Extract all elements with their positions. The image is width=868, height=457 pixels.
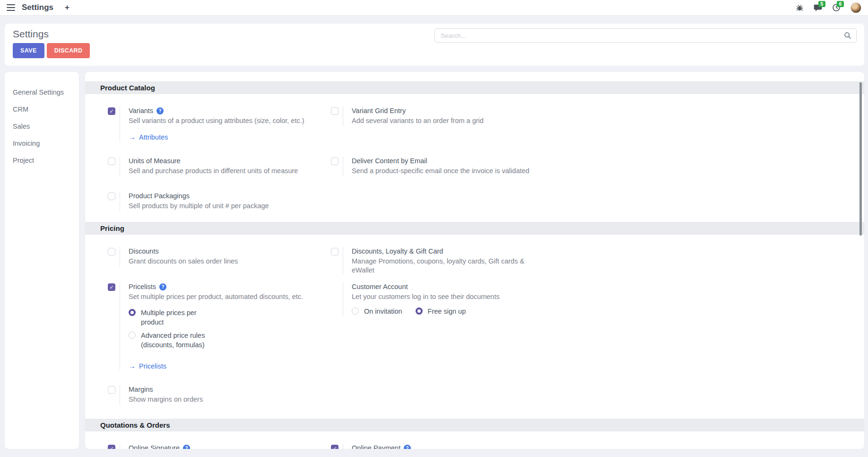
radio-unselected-icon (129, 332, 136, 339)
customer-account-description: Let your customers log in to see their d… (352, 292, 500, 301)
setting-customer-account: Customer Account Let your customers log … (331, 282, 554, 316)
vertical-scrollbar[interactable] (859, 82, 862, 236)
online-payment-label: Online Payment (352, 444, 400, 449)
settings-sidebar: General Settings CRM Sales Invoicing Pro… (5, 72, 79, 449)
arrow-right-icon: → (129, 133, 136, 141)
setting-discounts-loyalty-gift-card: Discounts, Loyalty & Gift Card Manage Pr… (331, 247, 554, 275)
sidebar-item-project[interactable]: Project (5, 152, 79, 169)
product-packagings-checkbox[interactable] (108, 193, 115, 200)
radio-selected-icon (129, 309, 136, 316)
loyalty-checkbox[interactable] (331, 248, 339, 255)
customer-account-label: Customer Account (352, 282, 408, 291)
hamburger-icon[interactable] (7, 4, 15, 11)
deliver-content-by-email-label: Deliver Content by Email (352, 157, 427, 166)
question-mark-icon[interactable]: ? (159, 283, 166, 290)
loyalty-label: Discounts, Loyalty & Gift Card (352, 247, 443, 256)
chat-icon[interactable]: 5 (814, 3, 822, 12)
units-of-measure-description: Sell and purchase products in different … (129, 167, 298, 176)
save-button[interactable]: SAVE (13, 43, 44, 58)
units-of-measure-checkbox[interactable] (108, 158, 115, 165)
settings-page: Settings + 5 (0, 0, 868, 457)
variant-grid-entry-description: Add several variants to an order from a … (352, 116, 484, 125)
loyalty-description: Manage Promotions, coupons, loyalty card… (352, 257, 537, 275)
units-of-measure-label: Units of Measure (129, 157, 181, 166)
section-header-product-catalog: Product Catalog (85, 81, 864, 94)
user-avatar[interactable] (851, 2, 861, 13)
sidebar-item-crm[interactable]: CRM (5, 101, 79, 118)
online-signature-checkbox[interactable]: ✓ (108, 445, 115, 449)
online-payment-checkbox[interactable]: ✓ (331, 445, 339, 449)
product-packagings-label: Product Packagings (129, 192, 190, 201)
radio-multiple-prices-per-product[interactable]: Multiple prices per product (129, 308, 303, 327)
attributes-link[interactable]: → Attributes (129, 133, 168, 141)
activity-count-badge: 6 (837, 1, 844, 7)
sidebar-item-invoicing[interactable]: Invoicing (5, 135, 79, 152)
settings-content: Product Catalog ✓ Variants ? Sell varian… (85, 72, 864, 449)
radio-selected-icon (416, 308, 423, 315)
discard-button[interactable]: DISCARD (47, 43, 90, 58)
navbar-app-title: Settings (22, 3, 53, 12)
message-count-badge: 5 (818, 1, 825, 7)
question-mark-icon[interactable]: ? (156, 107, 164, 114)
product-packagings-description: Sell products by multiple of unit # per … (129, 202, 269, 211)
discounts-description: Grant discounts on sales order lines (129, 257, 238, 266)
bug-icon[interactable] (795, 3, 804, 12)
deliver-content-by-email-description: Send a product-specific email once the i… (352, 167, 529, 176)
discounts-label: Discounts (129, 247, 159, 256)
question-mark-icon[interactable]: ? (183, 445, 190, 449)
variants-description: Sell variants of a product using attribu… (129, 116, 304, 125)
setting-variant-grid-entry: Variant Grid Entry Add several variants … (331, 106, 554, 126)
online-signature-label: Online Signature (129, 444, 180, 449)
pricelists-checkbox[interactable]: ✓ (108, 283, 115, 291)
control-panel: Settings SAVE DISCARD (5, 24, 864, 66)
setting-units-of-measure: Units of Measure Sell and purchase produ… (108, 157, 331, 176)
search-input[interactable] (434, 28, 857, 43)
setting-pricelists: ✓ Pricelists ? Set multiple prices per p… (108, 282, 331, 370)
margins-label: Margins (129, 385, 153, 394)
top-navbar: Settings + 5 (0, 0, 868, 16)
section-header-pricing: Pricing (85, 222, 864, 235)
variant-grid-entry-label: Variant Grid Entry (352, 106, 406, 115)
margins-description: Show margins on orders (129, 395, 203, 404)
radio-on-invitation[interactable]: On invitation (352, 307, 402, 316)
radio-free-sign-up[interactable]: Free sign up (416, 307, 466, 316)
pricelists-label: Pricelists (129, 282, 156, 291)
setting-variants: ✓ Variants ? Sell variants of a product … (108, 106, 331, 141)
radio-unselected-icon (352, 308, 359, 315)
variants-checkbox[interactable]: ✓ (108, 107, 115, 115)
deliver-content-by-email-checkbox[interactable] (331, 158, 339, 165)
setting-online-payment: ✓ Online Payment ? Request an online pay… (331, 444, 554, 449)
setting-online-signature: ✓ Online Signature ? Request an online s… (108, 444, 331, 449)
search-icon[interactable] (844, 32, 851, 41)
pricelists-link[interactable]: → Pricelists (129, 362, 166, 370)
discounts-checkbox[interactable] (108, 248, 115, 255)
pricelists-description: Set multiple prices per product, automat… (129, 292, 303, 301)
setting-margins: Margins Show margins on orders (108, 385, 331, 405)
setting-deliver-content-by-email: Deliver Content by Email Send a product-… (331, 157, 554, 176)
section-header-quotations-orders: Quotations & Orders (85, 419, 864, 431)
setting-discounts: Discounts Grant discounts on sales order… (108, 247, 331, 267)
question-mark-icon[interactable]: ? (404, 445, 411, 449)
setting-product-packagings: Product Packagings Sell products by mult… (108, 192, 331, 211)
sidebar-item-sales[interactable]: Sales (5, 118, 79, 135)
new-tab-button[interactable]: + (65, 3, 69, 12)
variant-grid-entry-checkbox[interactable] (331, 107, 339, 115)
clock-icon[interactable]: 6 (832, 3, 841, 12)
margins-checkbox[interactable] (108, 386, 115, 394)
radio-advanced-price-rules[interactable]: Advanced price rules (discounts, formula… (129, 331, 303, 350)
sidebar-item-general-settings[interactable]: General Settings (5, 84, 79, 101)
arrow-right-icon: → (129, 362, 136, 370)
variants-label: Variants (129, 106, 153, 115)
